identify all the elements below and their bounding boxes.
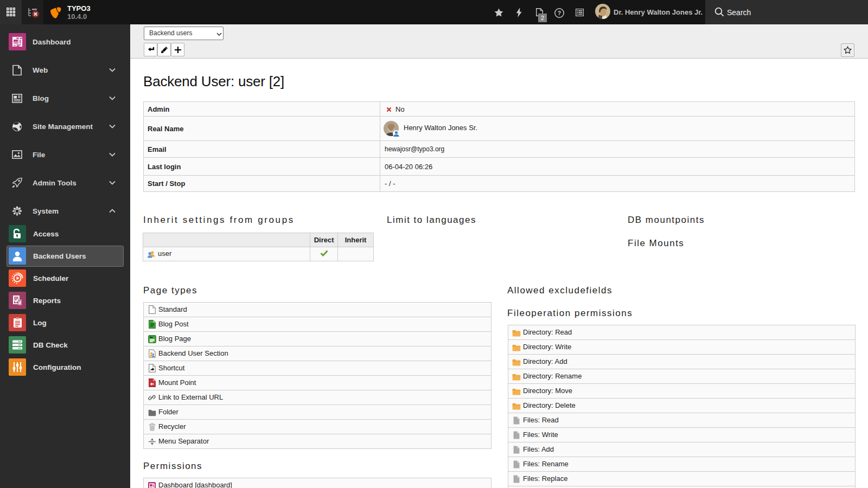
svg-text:?: ? (558, 10, 561, 16)
